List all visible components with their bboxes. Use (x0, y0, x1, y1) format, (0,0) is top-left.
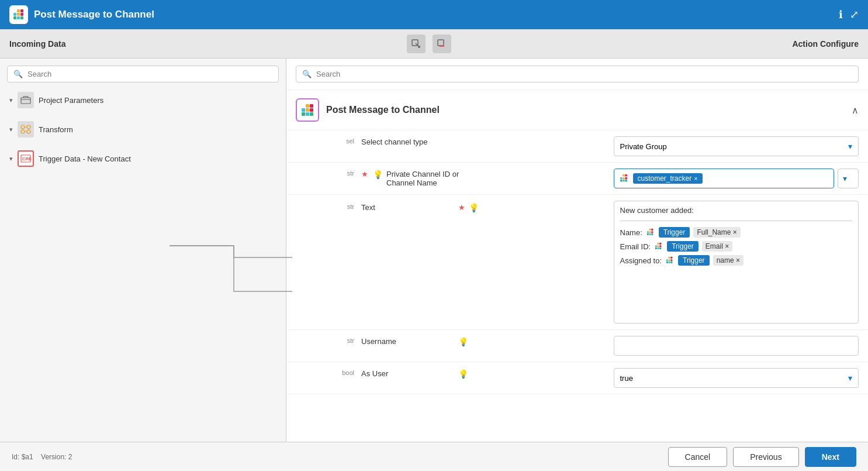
left-search-box[interactable]: 🔍 (7, 66, 279, 82)
svg-rect-52 (655, 247, 657, 249)
next-button[interactable]: Next (805, 447, 856, 467)
field-meta-bool: bool (296, 368, 354, 376)
hint-icon-as-user[interactable]: 💡 (458, 369, 468, 379)
text-line-assigned: Assigned to: Trigger (620, 255, 853, 266)
project-icon (18, 92, 34, 108)
svg-rect-4 (17, 13, 20, 16)
svg-rect-66 (670, 262, 672, 263)
svg-rect-46 (651, 229, 653, 231)
connection-lines (0, 59, 286, 442)
email-tag: Email × (702, 241, 732, 252)
svg-rect-54 (659, 243, 661, 245)
cancel-button[interactable]: Cancel (668, 447, 728, 467)
hint-icon-text[interactable]: 💡 (469, 203, 479, 212)
dropdown-arrow-channel: ▾ (848, 142, 852, 151)
field-type-str1: str (347, 170, 354, 177)
svg-rect-2 (17, 9, 20, 12)
svg-rect-42 (625, 180, 627, 181)
dropdown-arrow-channel-id: ▾ (843, 174, 847, 183)
tree-item-trigger[interactable]: ▾ CRM Trigger Data - New Contact (7, 147, 279, 170)
previous-button[interactable]: Previous (733, 447, 798, 467)
svg-rect-44 (647, 233, 649, 235)
required-star-text: ★ (458, 203, 465, 212)
footer-buttons: Cancel Previous Next (668, 447, 856, 467)
channel-id-dropdown[interactable]: ▾ (838, 169, 859, 188)
field-type-bool: bool (342, 369, 354, 376)
tree-item-transform[interactable]: ▾ Transform (7, 118, 279, 141)
svg-rect-56 (659, 245, 661, 247)
edit-icon (411, 39, 421, 49)
svg-point-17 (21, 125, 25, 129)
svg-rect-28 (302, 112, 305, 116)
field-name-select-channel: Select channel type (361, 136, 607, 146)
username-control (614, 336, 859, 356)
svg-rect-65 (669, 262, 670, 263)
svg-rect-30 (310, 104, 313, 108)
right-search-box[interactable]: 🔍 (296, 66, 859, 82)
name-label-text: Name: (620, 228, 642, 237)
trigger-tag-email: Trigger (667, 241, 698, 252)
field-name-username: Username 💡 (361, 336, 607, 346)
field-type-sel: sel (346, 137, 354, 145)
svg-rect-41 (623, 180, 624, 181)
transform-label: Transform (39, 125, 73, 134)
username-input[interactable] (614, 336, 859, 356)
customer-tracker-close[interactable]: × (694, 175, 697, 182)
split-container: 🔍 ▾ Project Parameters (0, 59, 868, 442)
right-search-icon: 🔍 (302, 70, 312, 78)
svg-rect-57 (658, 247, 659, 249)
trigger-label: Trigger Data - New Contact (39, 154, 131, 163)
trigger-tag-name: Trigger (659, 227, 690, 238)
svg-rect-49 (649, 233, 651, 235)
channel-type-value: Private Group (620, 142, 667, 151)
svg-rect-43 (647, 231, 649, 233)
as-user-value: true (620, 374, 633, 383)
svg-rect-58 (659, 247, 661, 249)
text-separator (620, 221, 853, 221)
trigger-icon: CRM (18, 150, 34, 167)
project-parameters-label: Project Parameters (39, 96, 103, 105)
channel-type-dropdown[interactable]: Private Group ▾ (614, 136, 859, 156)
text-control: New customer added: Name: (614, 201, 859, 324)
svg-rect-63 (669, 259, 670, 261)
assigned-label-text: Assigned to: (620, 256, 662, 265)
edit-icon-btn[interactable] (407, 35, 426, 53)
svg-rect-53 (658, 243, 659, 245)
svg-rect-34 (310, 112, 313, 116)
right-search-input[interactable] (316, 70, 852, 78)
as-user-dropdown[interactable]: true ▾ (614, 368, 859, 388)
clear-icon-btn[interactable] (433, 35, 451, 53)
channel-id-label: Private Channel ID orChannel Name (386, 170, 480, 187)
header-icons: ℹ ⤢ (839, 8, 859, 21)
chevron-transform: ▾ (9, 126, 13, 133)
full-name-close[interactable]: × (733, 228, 737, 236)
tree-item-project-parameters[interactable]: ▾ Project Parameters (7, 88, 279, 112)
slack-tag-icon (619, 173, 630, 184)
trigger-assigned-icon (665, 256, 675, 265)
expand-icon[interactable]: ⤢ (850, 8, 859, 21)
field-meta-str2: str (296, 201, 354, 210)
footer-id: Id: $a1 (12, 453, 33, 461)
email-close[interactable]: × (725, 242, 729, 250)
hint-icon-username[interactable]: 💡 (458, 337, 468, 346)
svg-rect-40 (625, 177, 627, 179)
collapse-button[interactable]: ∧ (852, 105, 859, 116)
subheader: Incoming Data Action Configure (0, 29, 868, 59)
trigger-tag-assigned: Trigger (678, 255, 710, 266)
left-search-input[interactable] (27, 70, 272, 78)
field-meta-sel: sel (296, 136, 354, 145)
svg-rect-55 (658, 245, 659, 247)
action-header: Post Message to Channel ∧ (286, 90, 868, 130)
svg-rect-31 (306, 108, 309, 112)
right-search-area: 🔍 (286, 59, 868, 90)
dropdown-arrow-as-user: ▾ (848, 373, 852, 383)
svg-rect-3 (20, 9, 23, 12)
action-title: Post Message to Channel (326, 105, 440, 115)
info-icon[interactable]: ℹ (839, 8, 843, 21)
channel-id-tag-input[interactable]: customer_tracker × (614, 169, 835, 188)
svg-rect-47 (649, 231, 651, 233)
text-textarea[interactable]: New customer added: Name: (614, 201, 859, 324)
action-slack-icon (296, 98, 319, 122)
name-close[interactable]: × (736, 256, 740, 264)
hint-icon-channel[interactable]: 💡 (373, 170, 383, 179)
